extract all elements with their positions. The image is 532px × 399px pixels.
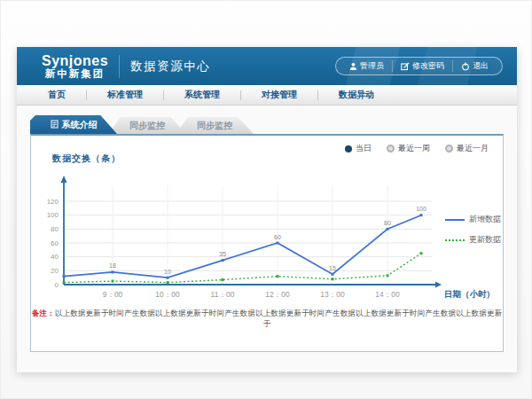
svg-text:9：00: 9：00 [103,290,123,299]
svg-text:10：00: 10：00 [155,290,180,299]
nav-item-system-mgmt[interactable]: 系统管理 [164,85,240,105]
tab-system-intro-label: 系统介绍 [62,119,98,131]
solid-line-icon [445,219,465,221]
nav-item-data-change[interactable]: 数据异动 [318,85,395,105]
radio-unselected-icon [445,145,453,153]
main-nav: 首页 标准管理 系统管理 对接管理 数据异动 [17,85,517,106]
legend-item-update-data: 更新数据 [445,234,501,246]
filter-last-month[interactable]: 最近一月 [445,143,489,154]
nav-item-home[interactable]: 首页 [27,85,86,105]
screenshot-stage: Synjones 新中新集团 数据资源中心 管理员 修改密码 [0,0,532,399]
legend-update-data-label: 更新数据 [469,234,501,246]
footer-note-body: 以上数据更新于时间产生数据以上数据更新于时间产生数据以上数据更新于时间产生数据以… [55,309,503,328]
filter-last-month-label: 最近一月 [457,143,489,154]
filter-today-label: 当日 [356,143,372,154]
logout-button[interactable]: 退出 [452,60,497,72]
user-icon [349,62,357,71]
filter-today[interactable]: 当日 [345,143,372,154]
svg-text:100: 100 [416,206,426,212]
page-title: 数据资源中心 [130,59,210,74]
brand-logo-cn: 新中新集团 [42,68,108,79]
nav-item-standard-mgmt[interactable]: 标准管理 [87,85,163,105]
brand-logo-en: Synjones [42,53,108,68]
footer-note-prefix: 备注： [32,309,55,317]
line-chart: 0204060801001209：0010：0011：0012：0013：001… [42,171,503,306]
admin-user-label: 管理员 [360,60,384,72]
logout-label: 退出 [473,60,489,72]
radio-selected-icon [345,145,352,153]
radio-unselected-icon [387,145,395,153]
chart-container: 0204060801001209：0010：0011：0012：0013：001… [42,171,503,306]
tab-sync-monitor-1[interactable]: 同步监控 [108,117,186,134]
change-password-label: 修改密码 [412,60,444,72]
brand-logo: Synjones 新中新集团 [42,53,108,80]
filter-last-week-label: 最近一周 [398,143,430,154]
document-icon [51,120,59,130]
legend-item-new-data: 新增数据 [445,214,501,225]
svg-text:35: 35 [219,251,226,257]
content-area: 系统介绍 同步监控 同步监控 当日 最近一周 [17,106,517,372]
svg-text:12：00: 12：00 [265,290,290,299]
svg-text:60: 60 [51,239,59,247]
legend-new-data-label: 新增数据 [469,214,501,225]
user-actions-pill: 管理员 修改密码 退出 [335,57,503,75]
chart-panel: 当日 最近一周 最近一月 数据交换（条） 0204060801001209：00… [30,134,504,352]
change-password-button[interactable]: 修改密码 [392,60,452,72]
svg-text:80: 80 [384,220,391,226]
svg-text:20: 20 [51,267,59,275]
tab-sync-monitor-1-label: 同步监控 [129,120,165,132]
svg-text:日期（小时）: 日期（小时） [444,289,495,300]
svg-text:14：00: 14：00 [375,290,400,299]
svg-text:100: 100 [47,211,59,219]
nav-item-interface-mgmt[interactable]: 对接管理 [241,85,317,105]
tab-sync-monitor-2[interactable]: 同步监控 [176,117,254,134]
svg-text:18: 18 [109,262,116,269]
svg-text:11：00: 11：00 [211,290,235,299]
tab-bar: 系统介绍 同步监控 同步监控 [17,106,517,134]
app-header: Synjones 新中新集团 数据资源中心 管理员 修改密码 [17,47,517,85]
tab-sync-monitor-2-label: 同步监控 [197,120,232,132]
svg-text:120: 120 [47,198,59,206]
svg-text:80: 80 [51,225,59,233]
header-divider [119,55,120,78]
chart-legend: 新增数据 更新数据 [445,214,501,246]
edit-icon [401,62,410,71]
svg-text:0: 0 [55,281,59,289]
svg-text:40: 40 [51,253,59,261]
app-window: Synjones 新中新集团 数据资源中心 管理员 修改密码 [17,47,517,372]
time-range-filters: 当日 最近一周 最近一月 [345,143,489,154]
admin-user-button[interactable]: 管理员 [341,60,392,72]
svg-text:13：00: 13：00 [320,290,345,299]
power-icon [461,62,470,71]
tab-system-intro[interactable]: 系统介绍 [30,115,117,134]
dotted-line-icon [445,239,465,241]
svg-text:15: 15 [329,265,336,271]
filter-last-week[interactable]: 最近一周 [387,143,430,154]
svg-text:10: 10 [164,269,171,275]
svg-text:60: 60 [274,234,281,240]
y-axis-title: 数据交换（条） [52,153,121,165]
footer-note: 备注：以上数据更新于时间产生数据以上数据更新于时间产生数据以上数据更新于时间产生… [31,309,503,330]
